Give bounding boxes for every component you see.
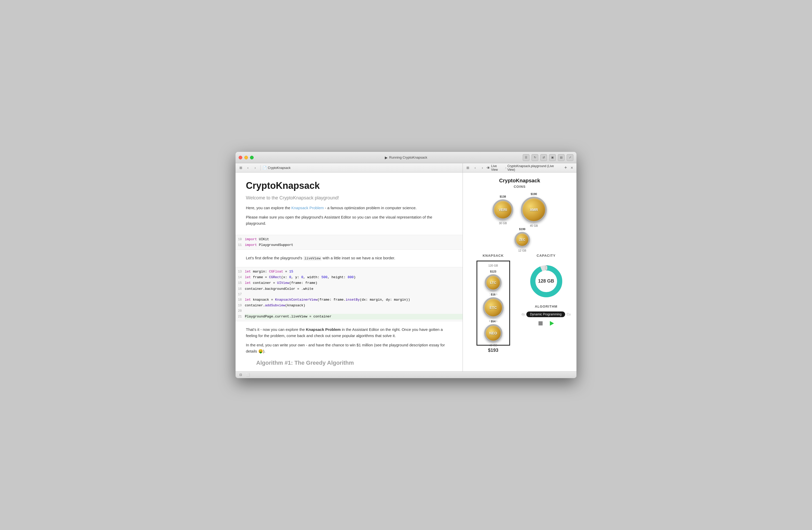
live-view-title: CryptoKnapsack xyxy=(499,178,540,184)
svg-rect-2 xyxy=(545,266,547,270)
status-bar: ⊡ ⬜ xyxy=(235,371,577,378)
knapsack-link[interactable]: Knapsack Problem xyxy=(291,205,324,210)
p3-before: Let's first define the playground's xyxy=(246,256,303,260)
titlebar-center: ▶ Running CryptoKnapsack xyxy=(385,156,427,160)
coin-ltc[interactable]: $123 LTC 16 GB xyxy=(485,274,502,291)
coin-etc[interactable]: $16 ETC 64 GB xyxy=(483,297,504,318)
code-line-21: 21 PlaygroundPage.current.liveView = con… xyxy=(235,314,463,319)
algorithm-section-label: ALGORITHM xyxy=(535,304,557,309)
close-button[interactable] xyxy=(238,156,242,159)
live-back-btn[interactable]: ‹ xyxy=(472,165,478,171)
minimize-button[interactable] xyxy=(244,156,248,159)
code-line-18: 18 let knapsack = KnapsackContainerView(… xyxy=(235,297,463,303)
xmr-coin-body: XMR xyxy=(521,197,547,223)
coin-veri[interactable]: $138 VERI 30 GB xyxy=(493,199,513,220)
coin-xmr[interactable]: $190 XMR 45 GB xyxy=(521,197,547,223)
code-line-19: 19 container.addSubview(knapsack) xyxy=(235,303,463,309)
capacity-donut: 128 GB xyxy=(528,263,564,299)
zec-label: ZEC xyxy=(519,238,525,242)
neo-label: NEO xyxy=(489,331,497,335)
live-forward-btn[interactable]: › xyxy=(479,165,485,171)
algorithm-section: ALGORITHM dy Dynamic Programming Cu xyxy=(521,304,571,327)
view-mode-btn[interactable]: ▤ xyxy=(558,154,565,161)
algorithm-pill[interactable]: Dynamic Programming xyxy=(526,312,565,317)
p1-before: Here, you can explore the xyxy=(246,205,291,210)
close-live-view-btn[interactable]: × xyxy=(569,165,575,171)
capacity-section: CAPACITY xyxy=(521,254,571,327)
coin-neo[interactable]: $54 NEO 40 GB xyxy=(484,324,502,342)
live-breadcrumb: 👁 Live View › CryptoKnapsack.playground … xyxy=(487,164,562,172)
back-btn[interactable]: ‹ xyxy=(245,165,251,171)
left-toolbar-nav: ⊞ ‹ › xyxy=(237,165,258,171)
coins-top-row: $138 VERI 30 GB $190 XMR 45 xyxy=(493,192,547,223)
forward-btn[interactable]: › xyxy=(252,165,258,171)
etc-coin-body: ETC xyxy=(483,297,504,318)
zec-coin-body: ZEC xyxy=(514,232,530,247)
neo-coin-body: NEO xyxy=(484,324,502,342)
xmr-price: $190 xyxy=(530,192,538,196)
stop-button[interactable] xyxy=(537,320,544,327)
knapsack-container: 120 GB $123 LTC 16 GB $16 xyxy=(477,261,510,346)
algorithm-title: Algorithm #1: The Greedy Algorithm xyxy=(246,359,452,366)
subtitle: Welcome to the CryptoKnapsack playground… xyxy=(246,195,452,201)
p4-bold: Knapsack Problem xyxy=(306,327,340,332)
ltc-price: $123 xyxy=(489,270,497,273)
file-icon: 📄 xyxy=(263,166,267,170)
back-forward-btn[interactable]: ⇄ xyxy=(540,154,547,161)
play-button[interactable] xyxy=(548,320,555,327)
algo-prev-text: dy xyxy=(521,313,525,316)
veri-price: $138 xyxy=(499,195,507,198)
coins-area: $138 VERI 30 GB $190 XMR 45 xyxy=(468,192,571,249)
knapsack-120gb-label: 120 GB xyxy=(488,264,498,267)
paragraph-3: Let's first define the playground's live… xyxy=(246,255,452,261)
prose-area: CryptoKnapsack Welcome to the CryptoKnap… xyxy=(235,173,463,235)
toolbar-separator xyxy=(260,165,261,171)
p1-after: - a famous optimization problem in compu… xyxy=(324,205,417,210)
p3-after: with a little inset so we have a nice bo… xyxy=(321,256,395,260)
play-icon xyxy=(550,321,554,326)
live-pane: ⊞ ‹ › 👁 Live View › CryptoKnapsack.playg… xyxy=(463,163,577,371)
eye-icon: 👁 xyxy=(487,166,490,170)
sidebar-toggle-btn[interactable]: ⊞ xyxy=(237,165,244,171)
live-toolbar: ⊞ ‹ › 👁 Live View › CryptoKnapsack.playg… xyxy=(463,163,577,173)
split-view-btn[interactable]: ▣ xyxy=(549,154,556,161)
app-window: ▶ Running CryptoKnapsack ☰ ↻ ⇄ ▣ ▤ ⤢ ⊞ ‹… xyxy=(235,152,577,378)
playground-file-label: CryptoKnapsack.playground (Live View) xyxy=(507,164,562,172)
live-view-label: Live View xyxy=(491,164,504,172)
knapsack-section-label: KNAPSACK xyxy=(483,254,504,258)
code-line-13: 13 let margin: CGFloat = 15 xyxy=(235,269,463,275)
neo-price: $54 xyxy=(490,319,496,323)
ltc-coin-body: LTC xyxy=(485,274,502,291)
code-line-20: 20 xyxy=(235,309,463,314)
paragraph-2: Please make sure you open the playground… xyxy=(246,214,452,227)
window-title: Running CryptoKnapsack xyxy=(389,156,427,159)
veri-label: VERI xyxy=(499,207,507,212)
etc-price: $16 xyxy=(490,292,496,296)
veri-size: 30 GB xyxy=(499,221,507,225)
neo-size: 40 GB xyxy=(489,344,497,347)
toolbar-toggle-btn[interactable]: ☰ xyxy=(523,154,530,161)
debug-toggle-btn[interactable]: ⬜ xyxy=(245,372,250,377)
code-block-1: 10 import UIKit 11 import PlaygroundSupp… xyxy=(235,235,463,250)
p5-after: ). xyxy=(263,349,265,353)
console-toggle-btn[interactable]: ⊡ xyxy=(238,372,243,377)
code-line-16: 16 container.backgroundColor = .white xyxy=(235,286,463,292)
xmr-label: XMR xyxy=(530,207,538,212)
live-view-code: liveView xyxy=(303,256,321,261)
coins-section-label: COINS xyxy=(514,185,525,188)
add-live-view-btn[interactable]: + xyxy=(563,165,568,171)
code-pane[interactable]: ⊞ ‹ › 📄 CryptoKnapsack CryptoKnapsack We… xyxy=(235,163,463,371)
refresh-btn[interactable]: ↻ xyxy=(532,154,538,161)
coin-zec[interactable]: $199 ZEC 12 GB xyxy=(514,232,530,247)
playground-icon: ▶ xyxy=(385,156,388,160)
playback-controls xyxy=(537,320,555,327)
p4-before: That's it - now you can explore the xyxy=(246,327,306,332)
live-sidebar-toggle[interactable]: ⊞ xyxy=(465,165,471,171)
ltc-label: LTC xyxy=(490,281,496,285)
paragraph-1: Here, you can explore the Knapsack Probl… xyxy=(246,205,452,211)
xmr-size: 45 GB xyxy=(530,224,538,227)
breadcrumb-text: CryptoKnapsack xyxy=(268,166,291,170)
live-content: CryptoKnapsack COINS $138 VERI 30 xyxy=(463,173,577,371)
fullscreen-button[interactable] xyxy=(250,156,253,159)
fullscreen-btn[interactable]: ⤢ xyxy=(567,154,574,161)
